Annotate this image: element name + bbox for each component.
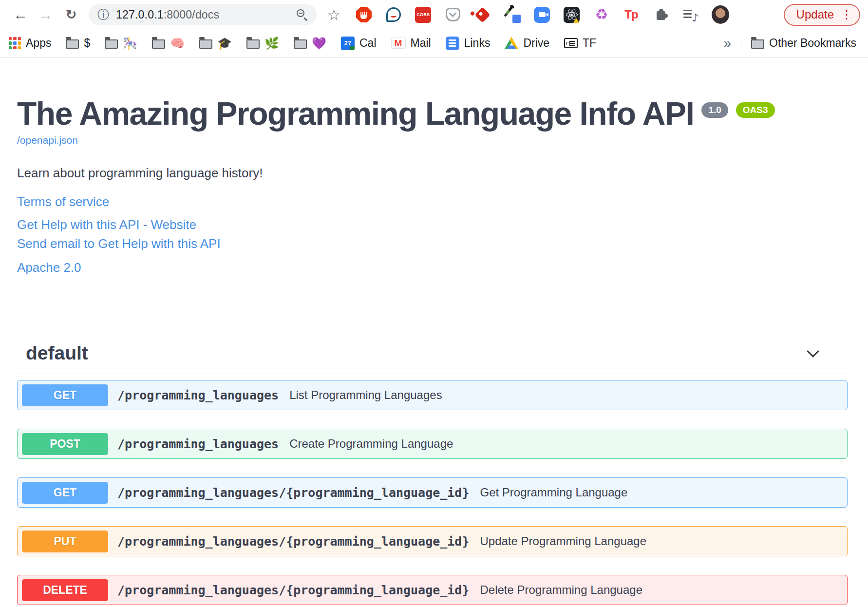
section-default-header[interactable]: default <box>17 342 848 374</box>
folder-icon <box>751 39 764 49</box>
endpoint-summary: Delete Programming Language <box>480 583 642 597</box>
endpoint-row[interactable]: GET /programming_languages/{programming_… <box>17 477 848 508</box>
section-title: default <box>26 342 88 364</box>
bookmark-folder-herb[interactable]: 🌿 <box>246 37 279 50</box>
endpoint-row[interactable]: GET /programming_languages List Programm… <box>17 380 848 410</box>
adblock-icon[interactable] <box>355 6 373 23</box>
zoom-out-icon[interactable] <box>296 9 308 20</box>
gmail-icon: M <box>391 38 406 49</box>
folder-icon <box>294 39 307 49</box>
reload-icon[interactable]: ↻ <box>58 4 84 25</box>
method-badge: DELETE <box>22 579 108 601</box>
method-badge: PUT <box>22 531 108 552</box>
endpoint-summary: Create Programming Language <box>289 437 453 451</box>
folder-icon <box>246 39 260 49</box>
address-bar[interactable]: ⓘ 127.0.0.1:8000/docs <box>89 4 317 25</box>
method-badge: POST <box>22 433 108 455</box>
endpoint-path: /programming_languages/{programming_lang… <box>117 486 469 500</box>
forward-icon[interactable]: → <box>33 4 58 25</box>
bookmark-tf[interactable]: TF <box>564 37 596 50</box>
endpoint-path: /programming_languages/{programming_lang… <box>117 534 469 549</box>
chrome-update-button[interactable]: Update ⋮ <box>784 4 860 26</box>
endpoint-summary: Update Programming Language <box>480 534 646 548</box>
page-info-icon[interactable]: ⓘ <box>97 7 109 22</box>
browser-toolbar: ← → ↻ ⓘ 127.0.0.1:8000/docs ☆ CORS ♻ Tp … <box>0 0 868 29</box>
cors-extension-icon[interactable]: CORS <box>415 6 432 23</box>
profile-avatar[interactable] <box>712 6 729 23</box>
bookmark-apps[interactable]: Apps <box>9 37 51 50</box>
endpoint-row[interactable]: POST /programming_languages Create Progr… <box>17 429 848 459</box>
diamond-arrow-extension-icon[interactable] <box>474 6 491 23</box>
api-description: Learn about programming language history… <box>17 166 868 181</box>
chevron-down-icon[interactable] <box>807 345 819 357</box>
back-icon[interactable]: ← <box>8 4 33 25</box>
bookmark-star-icon[interactable]: ☆ <box>327 6 340 23</box>
bookmark-links[interactable]: Links <box>446 37 491 50</box>
apps-grid-icon <box>9 37 21 49</box>
bookmarks-divider <box>741 36 741 51</box>
get-help-website-link[interactable]: Get Help with this API - Website <box>17 217 196 232</box>
bookmarks-overflow-icon[interactable]: » <box>723 36 731 51</box>
endpoint-summary: List Programming Languages <box>289 388 442 402</box>
endpoint-path: /programming_languages <box>117 388 279 402</box>
playlist-icon[interactable]: ♪ <box>682 6 699 23</box>
recycle-extension-icon[interactable]: ♻ <box>593 6 610 23</box>
bookmark-folder-graduation[interactable]: 🎓 <box>199 37 232 50</box>
folder-icon <box>105 39 118 49</box>
endpoint-path: /programming_languages <box>117 437 279 451</box>
links-doc-icon <box>446 37 459 50</box>
page-title: The Amazing Programming Language Info AP… <box>17 97 694 130</box>
bookmark-folder-dollar[interactable]: $ <box>66 37 90 50</box>
other-bookmarks[interactable]: Other Bookmarks <box>751 37 856 50</box>
calendar-icon: 27 <box>341 37 355 50</box>
bookmark-mail[interactable]: M Mail <box>391 37 431 50</box>
browser-menu-icon[interactable]: ⋮ <box>841 8 852 21</box>
terms-of-service-link[interactable]: Terms of service <box>17 194 109 209</box>
url-text: 127.0.0.1:8000/docs <box>116 8 219 21</box>
bookmark-folder-carousel[interactable]: 🎠 <box>105 37 137 50</box>
bookmark-calendar[interactable]: 27 Cal <box>341 37 377 50</box>
endpoint-row[interactable]: DELETE /programming_languages/{programmi… <box>17 575 848 605</box>
swagger-page: The Amazing Programming Language Info AP… <box>0 57 868 605</box>
bookmark-folder-brain[interactable]: 🧠 <box>152 37 185 50</box>
oas3-badge: OAS3 <box>736 102 775 118</box>
folder-icon <box>199 39 212 49</box>
endpoint-summary: Get Programming Language <box>480 486 627 499</box>
react-devtools-icon[interactable] <box>563 6 581 23</box>
bookmark-folder-heart[interactable]: 💜 <box>294 37 326 50</box>
extensions-row: CORS ♻ Tp ♪ <box>355 6 729 23</box>
folder-icon <box>66 39 79 49</box>
endpoint-row[interactable]: PUT /programming_languages/{programming_… <box>17 526 848 556</box>
tf-card-icon <box>564 38 578 48</box>
endpoint-path: /programming_languages/{programming_lang… <box>117 583 469 597</box>
pocket-icon[interactable] <box>444 6 462 23</box>
drive-icon <box>505 37 518 49</box>
openapi-spec-link[interactable]: /openapi.json <box>17 134 78 146</box>
license-link[interactable]: Apache 2.0 <box>17 260 81 275</box>
tp-extension-icon[interactable]: Tp <box>623 6 640 23</box>
send-email-link[interactable]: Send email to Get Help with this API <box>17 236 221 251</box>
bookmark-drive[interactable]: Drive <box>505 37 549 50</box>
extensions-puzzle-icon[interactable] <box>652 6 670 23</box>
zoom-extension-icon[interactable] <box>533 6 551 23</box>
chat-extension-icon[interactable] <box>385 6 402 23</box>
folder-icon <box>152 39 165 49</box>
version-badge: 1.0 <box>701 102 728 118</box>
method-badge: GET <box>22 482 108 504</box>
method-badge: GET <box>22 384 108 406</box>
color-picker-extension-icon[interactable] <box>504 6 521 23</box>
bookmarks-bar: Apps $ 🎠 🧠 🎓 🌿 💜 27 Cal M Mail Links <box>0 29 868 57</box>
